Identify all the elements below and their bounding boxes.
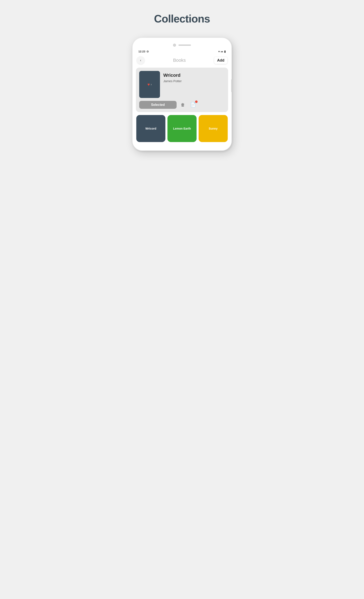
side-button: [231, 79, 232, 92]
camera: [173, 44, 176, 47]
selected-button[interactable]: Selected: [139, 101, 177, 109]
card-actions: Selected 🗑 📄: [139, 101, 225, 109]
page-title: Collections: [154, 12, 210, 25]
delete-button[interactable]: 🗑: [179, 101, 186, 109]
arrow-icon: ›: [151, 83, 152, 86]
book-cover: ♥ ›: [139, 71, 160, 98]
theme-card-sunny[interactable]: Sunny: [199, 115, 228, 142]
heart-icon: ♥: [147, 82, 150, 87]
selected-card-top: ♥ › Wricord James Potter: [139, 71, 225, 98]
selected-book-card: ♥ › Wricord James Potter Selected 🗑 📄: [136, 68, 228, 112]
theme-card-lemon-earth[interactable]: Lemon Earth: [168, 115, 196, 142]
pdf-icon: 📄: [190, 102, 196, 107]
header-title: Books: [173, 58, 186, 63]
status-right: ▾ ▴▴ ▮: [218, 50, 226, 53]
theme-label-wricord: Wricord: [145, 127, 156, 130]
wifi-icon: ▾: [218, 50, 220, 53]
book-title: Wricord: [163, 73, 182, 78]
status-time: 12:23: [138, 50, 145, 53]
phone-top-bar: [133, 42, 231, 49]
back-button[interactable]: ‹: [137, 56, 144, 64]
pdf-button[interactable]: 📄: [189, 101, 197, 109]
pdf-badge: [195, 100, 198, 103]
theme-card-wricord[interactable]: Wricord: [136, 115, 165, 142]
add-button[interactable]: Add: [214, 57, 227, 64]
phone-content: ♥ › Wricord James Potter Selected 🗑 📄: [133, 68, 231, 142]
phone-shell: 12:23 ⊙ ▾ ▴▴ ▮ ‹ Books Add ♥ › Wricord J…: [132, 37, 232, 151]
theme-label-sunny: Sunny: [209, 127, 218, 130]
status-bar: 12:23 ⊙ ▾ ▴▴ ▮: [133, 49, 231, 55]
book-author: James Potter: [163, 79, 182, 83]
trash-icon: 🗑: [181, 103, 185, 107]
book-info: Wricord James Potter: [163, 71, 182, 83]
battery-icon: ▮: [224, 50, 226, 53]
speaker: [178, 44, 191, 46]
theme-grid: Wricord Lemon Earth Sunny: [136, 115, 228, 142]
status-left: 12:23 ⊙: [138, 50, 149, 53]
do-not-disturb-icon: ⊙: [146, 50, 149, 53]
app-header: ‹ Books Add: [133, 55, 231, 68]
signal-icon: ▴▴: [221, 50, 223, 53]
theme-label-lemon-earth: Lemon Earth: [173, 127, 191, 130]
